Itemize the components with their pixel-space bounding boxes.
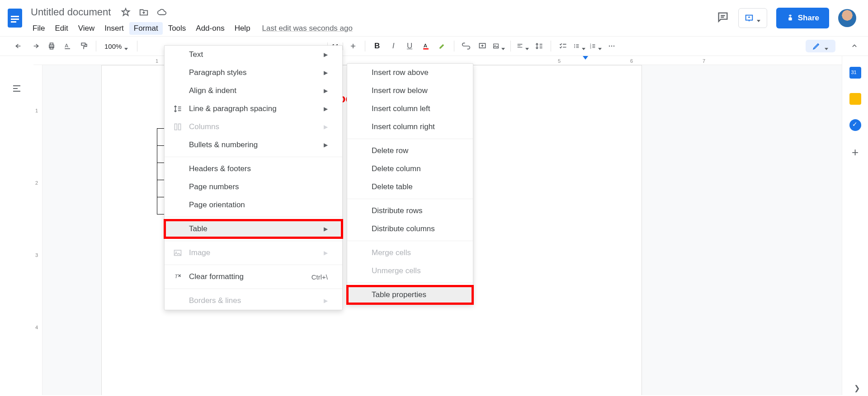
menu-format[interactable]: Format <box>129 22 163 35</box>
menu-insert[interactable]: Insert <box>100 22 128 35</box>
checklist-button[interactable] <box>557 40 569 52</box>
zoom-select[interactable]: 100% <box>102 42 132 50</box>
format-menu-item-page-numbers[interactable]: Page numbers <box>165 178 342 196</box>
text-color-button[interactable]: A <box>420 40 432 52</box>
svg-rect-2 <box>11 19 19 20</box>
menu-file[interactable]: File <box>28 22 49 35</box>
format-menu-item-text[interactable]: Text▶ <box>165 46 342 64</box>
ruler-h-1: 1 <box>156 58 158 64</box>
font-size-increase[interactable] <box>347 40 359 52</box>
submenu-arrow-icon: ▶ <box>324 70 328 76</box>
svg-point-20 <box>574 47 575 48</box>
table-menu-item-delete-row[interactable]: Delete row <box>347 142 473 160</box>
menu-add-ons[interactable]: Add-ons <box>191 22 229 35</box>
table-menu-item-insert-column-left[interactable]: Insert column left <box>347 100 473 118</box>
table-menu-item-insert-column-right[interactable]: Insert column right <box>347 118 473 136</box>
svg-rect-0 <box>8 9 22 28</box>
spellcheck-button[interactable]: A <box>61 40 74 52</box>
format-menu-item-bullets-numbering[interactable]: Bullets & numbering▶ <box>165 136 342 154</box>
ruler-v-2: 2 <box>35 180 38 186</box>
insert-link-button[interactable] <box>460 40 472 52</box>
calendar-icon[interactable] <box>849 67 861 79</box>
format-menu: Text▶Paragraph styles▶Align & indent▶Lin… <box>164 45 343 310</box>
table-menu-item-distribute-rows[interactable]: Distribute rows <box>347 202 473 220</box>
share-button[interactable]: Share <box>776 8 829 28</box>
redo-button[interactable] <box>29 40 42 52</box>
format-menu-item-table[interactable]: Table▶ <box>165 220 342 238</box>
table-menu-item-insert-row-above[interactable]: Insert row above <box>347 64 473 82</box>
svg-rect-16 <box>494 44 499 48</box>
submenu-arrow-icon: ▶ <box>324 106 328 112</box>
format-menu-item-columns: Columns▶ <box>165 118 342 136</box>
format-menu-item-paragraph-styles[interactable]: Paragraph styles▶ <box>165 64 342 82</box>
account-avatar[interactable] <box>838 9 856 27</box>
ruler-h-7: 7 <box>703 58 705 64</box>
toolbar: A 100% 11 B I U A 123 <box>0 36 868 56</box>
underline-button[interactable]: U <box>403 40 416 52</box>
italic-button[interactable]: I <box>387 40 400 52</box>
open-comments-button[interactable] <box>717 11 729 25</box>
share-label: Share <box>798 14 819 23</box>
menu-view[interactable]: View <box>74 22 99 35</box>
format-menu-item-headers-footers[interactable]: Headers & footers <box>165 160 342 178</box>
insert-image-button[interactable] <box>492 40 505 52</box>
side-panel-expand[interactable]: ❯ <box>854 384 860 392</box>
bulleted-list-button[interactable] <box>573 40 585 52</box>
star-icon[interactable] <box>121 7 131 17</box>
chevron-down-icon <box>598 44 602 48</box>
chevron-down-icon <box>501 44 505 48</box>
numbered-list-button[interactable]: 123 <box>589 40 602 52</box>
vertical-ruler[interactable]: 1234 <box>33 65 42 395</box>
format-menu-item-align-indent[interactable]: Align & indent▶ <box>165 82 342 100</box>
menubar: FileEditViewInsertFormatToolsAdd-onsHelp… <box>28 21 717 36</box>
table-menu-item-insert-row-below[interactable]: Insert row below <box>347 82 473 100</box>
tasks-icon[interactable] <box>849 119 861 131</box>
align-button[interactable] <box>516 40 529 52</box>
highlight-color-button[interactable] <box>436 40 448 52</box>
table-menu-item-distribute-columns[interactable]: Distribute columns <box>347 220 473 238</box>
ruler-h-6: 6 <box>630 58 633 64</box>
table-menu-item-merge-cells: Merge cells <box>347 244 473 262</box>
ruler-h-5: 5 <box>558 58 561 64</box>
clear-format-icon: T <box>173 272 183 282</box>
undo-button[interactable] <box>13 40 25 52</box>
add-comment-button[interactable] <box>476 40 489 52</box>
titlebar: Untitled document FileEditViewInsertForm… <box>0 0 868 36</box>
right-margin-indicator[interactable] <box>583 56 588 60</box>
docs-logo[interactable] <box>4 4 26 33</box>
move-icon[interactable] <box>139 7 149 17</box>
svg-rect-9 <box>50 43 53 45</box>
hide-menus-button[interactable] <box>848 40 861 52</box>
cloud-status-icon[interactable] <box>157 7 167 17</box>
add-on-plus-icon[interactable]: + <box>852 145 859 159</box>
keep-icon[interactable] <box>849 93 861 105</box>
table-menu-item-delete-table[interactable]: Delete table <box>347 178 473 196</box>
svg-text:3: 3 <box>590 47 591 49</box>
svg-rect-3 <box>11 21 16 23</box>
format-menu-item-page-orientation[interactable]: Page orientation <box>165 196 342 214</box>
format-menu-item-clear-formatting[interactable]: TClear formattingCtrl+\ <box>165 268 342 286</box>
editing-mode-button[interactable] <box>806 40 835 52</box>
last-edit-link[interactable]: Last edit was seconds ago <box>262 24 353 33</box>
print-button[interactable] <box>45 40 58 52</box>
table-menu-item-delete-column[interactable]: Delete column <box>347 160 473 178</box>
line-spacing-button[interactable] <box>533 40 545 52</box>
document-title[interactable]: Untitled document <box>28 5 113 19</box>
svg-point-26 <box>613 46 615 47</box>
submenu-arrow-icon: ▶ <box>324 226 328 232</box>
present-button[interactable] <box>738 8 767 28</box>
menu-edit[interactable]: Edit <box>50 22 72 35</box>
menu-tools[interactable]: Tools <box>164 22 191 35</box>
paint-format-button[interactable] <box>78 40 90 52</box>
menu-help[interactable]: Help <box>230 22 255 35</box>
format-menu-item-borders-lines: Borders & lines▶ <box>165 292 342 310</box>
document-outline-toggle[interactable] <box>0 56 33 395</box>
side-panel: + <box>842 56 868 395</box>
format-menu-item-image: Image▶ <box>165 244 342 262</box>
svg-rect-14 <box>423 48 429 50</box>
more-button[interactable] <box>605 40 618 52</box>
table-menu-item-table-properties[interactable]: Table properties <box>347 286 473 304</box>
format-menu-item-line-paragraph-spacing[interactable]: Line & paragraph spacing▶ <box>165 100 342 118</box>
svg-text:A: A <box>65 42 68 48</box>
bold-button[interactable]: B <box>371 40 383 52</box>
